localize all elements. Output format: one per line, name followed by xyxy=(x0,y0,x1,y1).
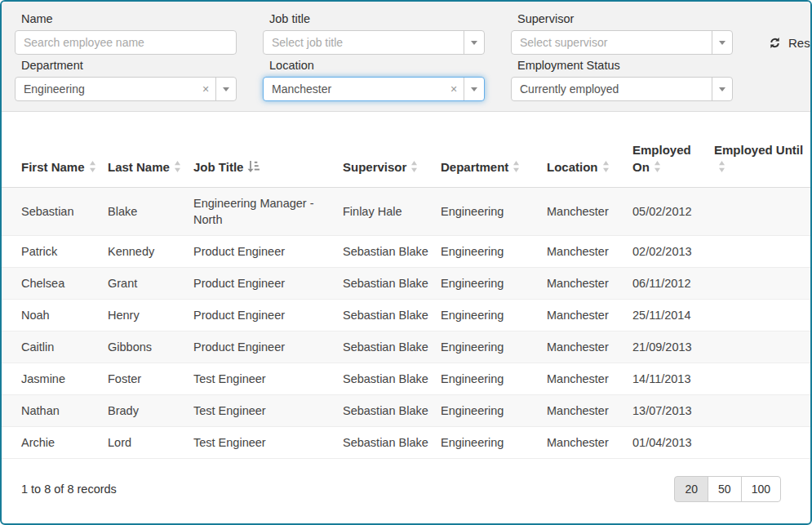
name-search-input[interactable] xyxy=(15,30,237,55)
cell-job-title: Product Engineer xyxy=(193,236,343,268)
table-row[interactable]: Caitlin Gibbons Product Engineer Sebasti… xyxy=(2,331,810,363)
cell-job-title: Engineering Manager - North xyxy=(193,188,343,236)
cell-supervisor: Sebastian Blake xyxy=(343,395,441,427)
cell-location: Manchester xyxy=(547,268,632,300)
table-row[interactable]: Jasmine Foster Test Engineer Sebastian B… xyxy=(2,363,810,395)
clear-icon[interactable]: ✕ xyxy=(196,84,215,95)
filter-name: Name xyxy=(15,8,237,55)
cell-first-name: Patrick xyxy=(2,236,108,268)
sort-icon xyxy=(174,159,181,176)
cell-job-title: Test Engineer xyxy=(193,363,343,395)
cell-last-name: Brady xyxy=(108,395,193,427)
table-row[interactable]: Noah Henry Product Engineer Sebastian Bl… xyxy=(2,300,810,331)
cell-employed-on: 25/11/2014 xyxy=(632,300,714,331)
cell-supervisor: Sebastian Blake xyxy=(343,363,441,395)
table-row[interactable]: Patrick Kennedy Product Engineer Sebasti… xyxy=(2,236,810,268)
cell-last-name: Henry xyxy=(108,300,193,331)
cell-first-name: Jasmine xyxy=(2,363,108,395)
table-row[interactable]: Sebastian Blake Engineering Manager - No… xyxy=(2,188,810,236)
page-size-100-button[interactable]: 100 xyxy=(741,476,781,502)
table-row[interactable]: Archie Lord Test Engineer Sebastian Blak… xyxy=(2,427,810,459)
cell-employed-until xyxy=(714,331,810,363)
supervisor-select[interactable]: Select supervisor xyxy=(511,30,733,55)
cell-location: Manchester xyxy=(547,236,632,268)
column-header-job-title[interactable]: Job Title xyxy=(193,112,343,188)
supervisor-placeholder: Select supervisor xyxy=(512,36,712,49)
location-dropdown-toggle[interactable] xyxy=(464,78,484,100)
page-size-20-button[interactable]: 20 xyxy=(674,476,708,502)
cell-supervisor: Sebastian Blake xyxy=(343,236,441,268)
cell-job-title: Product Engineer xyxy=(193,268,343,300)
employment-status-label: Employment Status xyxy=(511,55,733,77)
cell-employed-until xyxy=(714,236,810,268)
cell-employed-until xyxy=(714,363,810,395)
column-header-department[interactable]: Department xyxy=(441,112,547,188)
employment-status-select[interactable]: Currently employed xyxy=(511,77,733,101)
cell-employed-on: 01/04/2013 xyxy=(632,427,714,459)
sort-icon xyxy=(718,159,725,176)
chevron-down-icon xyxy=(223,87,229,91)
cell-supervisor: Finlay Hale xyxy=(343,188,441,236)
department-dropdown-toggle[interactable] xyxy=(215,78,236,100)
cell-supervisor: Sebastian Blake xyxy=(343,268,441,300)
cell-department: Engineering xyxy=(441,236,547,268)
cell-employed-until xyxy=(714,395,810,427)
clear-icon[interactable]: ✕ xyxy=(444,84,464,95)
sort-icon xyxy=(89,159,96,176)
cell-department: Engineering xyxy=(441,188,547,236)
column-header-employed-on[interactable]: Employed On xyxy=(632,112,714,188)
cell-first-name: Archie xyxy=(2,427,108,459)
cell-first-name: Noah xyxy=(2,300,108,331)
reset-button[interactable]: Reset xyxy=(769,30,812,55)
employment-status-dropdown-toggle[interactable] xyxy=(712,78,732,100)
table-row[interactable]: Nathan Brady Test Engineer Sebastian Bla… xyxy=(2,395,810,427)
sort-icon xyxy=(602,159,610,176)
cell-employed-on: 05/02/2012 xyxy=(632,188,714,236)
table-row[interactable]: Chelsea Grant Product Engineer Sebastian… xyxy=(2,268,810,300)
cell-last-name: Gibbons xyxy=(108,331,193,363)
column-header-last-name[interactable]: Last Name xyxy=(108,112,193,188)
cell-employed-until xyxy=(714,268,810,300)
chevron-down-icon xyxy=(471,87,477,91)
job-title-dropdown-toggle[interactable] xyxy=(464,31,484,54)
cell-employed-on: 13/07/2013 xyxy=(632,395,714,427)
cell-department: Engineering xyxy=(441,395,547,427)
employee-table: First Name Last Name Job Title Superviso… xyxy=(2,112,810,459)
cell-first-name: Chelsea xyxy=(2,268,108,300)
cell-job-title: Product Engineer xyxy=(193,300,343,331)
sort-icon xyxy=(410,159,418,176)
cell-job-title: Test Engineer xyxy=(193,427,343,459)
cell-supervisor: Sebastian Blake xyxy=(343,427,441,459)
results-table-area: First Name Last Name Job Title Superviso… xyxy=(2,112,810,502)
cell-first-name: Nathan xyxy=(2,395,108,427)
column-header-employed-until[interactable]: Employed Until xyxy=(714,112,810,188)
records-count: 1 to 8 of 8 records xyxy=(21,483,117,496)
job-title-select[interactable]: Select job title xyxy=(263,30,485,55)
employee-search-panel: Name Job title Select job title Supervis… xyxy=(0,0,812,525)
employment-status-value: Currently employed xyxy=(512,82,712,96)
filter-bar: Name Job title Select job title Supervis… xyxy=(2,2,810,112)
location-select[interactable]: Manchester ✕ xyxy=(263,77,485,101)
supervisor-dropdown-toggle[interactable] xyxy=(712,31,732,54)
cell-location: Manchester xyxy=(547,331,632,363)
cell-first-name: Caitlin xyxy=(2,331,108,363)
sort-icon xyxy=(512,159,520,176)
chevron-down-icon xyxy=(719,41,725,45)
chevron-down-icon xyxy=(719,87,725,91)
cell-last-name: Foster xyxy=(108,363,193,395)
location-value: Manchester xyxy=(264,82,444,96)
filter-location: Location Manchester ✕ xyxy=(263,55,485,101)
column-header-supervisor[interactable]: Supervisor xyxy=(343,112,441,188)
cell-supervisor: Sebastian Blake xyxy=(343,331,441,363)
name-label: Name xyxy=(15,8,237,30)
column-header-first-name[interactable]: First Name xyxy=(2,112,108,188)
cell-employed-until xyxy=(714,188,810,236)
department-label: Department xyxy=(15,55,237,77)
cell-department: Engineering xyxy=(441,363,547,395)
location-label: Location xyxy=(263,55,485,77)
cell-location: Manchester xyxy=(547,395,632,427)
column-header-location[interactable]: Location xyxy=(547,112,632,188)
department-select[interactable]: Engineering ✕ xyxy=(15,77,237,101)
page-size-50-button[interactable]: 50 xyxy=(708,476,742,502)
refresh-icon xyxy=(769,37,781,49)
